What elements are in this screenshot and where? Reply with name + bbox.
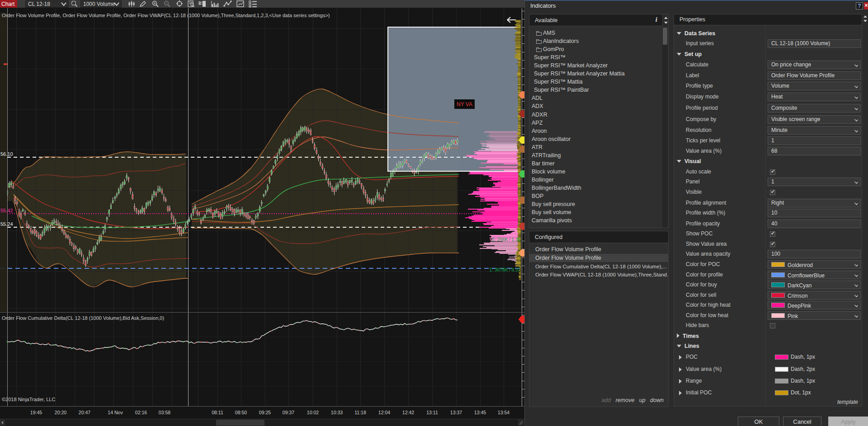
svg-text:10:33: 10:33 [331, 410, 343, 415]
svg-text:09:25: 09:25 [259, 410, 271, 415]
svg-text:09:37: 09:37 [283, 410, 294, 415]
svg-text:13:54: 13:54 [498, 410, 509, 415]
svg-text:©2018 NinjaTrader, LLC: ©2018 NinjaTrader, LLC [2, 397, 55, 402]
svg-text:56.10: 56.10 [0, 151, 13, 157]
svg-text:Σ: 3678K / 8.37: Σ: 3678K / 8.37 [490, 267, 521, 272]
svg-text:55.24: 55.24 [0, 221, 13, 227]
svg-text:Order Flow Volume Profile, Ord: Order Flow Volume Profile, Order Flow Vo… [2, 13, 330, 18]
svg-text:11:18: 11:18 [354, 410, 366, 415]
svg-text:CL 12-18: CL 12-18 [28, 1, 50, 7]
svg-text:12:42: 12:42 [402, 410, 414, 415]
svg-text:13:37: 13:37 [450, 410, 462, 415]
svg-text:20:20: 20:20 [55, 410, 66, 415]
svg-text:1000 Volume: 1000 Volume [83, 1, 115, 7]
svg-text:14 Nov: 14 Nov [108, 410, 123, 415]
svg-text:19:45: 19:45 [30, 410, 42, 415]
svg-text:55.42: 55.42 [0, 208, 13, 213]
svg-text:02:16: 02:16 [135, 410, 147, 415]
svg-text:13:11: 13:11 [426, 410, 438, 415]
svg-text:08:11: 08:11 [212, 410, 223, 415]
svg-text:NY VA: NY VA [457, 101, 472, 108]
svg-text:Order Flow Cumulative Delta(CL: Order Flow Cumulative Delta(CL 12-18 (10… [2, 315, 164, 321]
svg-text:13:45: 13:45 [474, 410, 486, 415]
svg-text:12:04: 12:04 [378, 410, 390, 415]
svg-text:20:47: 20:47 [79, 410, 90, 415]
svg-text:03:58: 03:58 [159, 410, 170, 415]
svg-text:Σ: 256K / 1.36: Σ: 256K / 1.36 [492, 237, 520, 242]
svg-text:Chart: Chart [1, 1, 15, 7]
svg-text:08:50: 08:50 [235, 410, 247, 415]
svg-text:10:02: 10:02 [307, 410, 319, 415]
